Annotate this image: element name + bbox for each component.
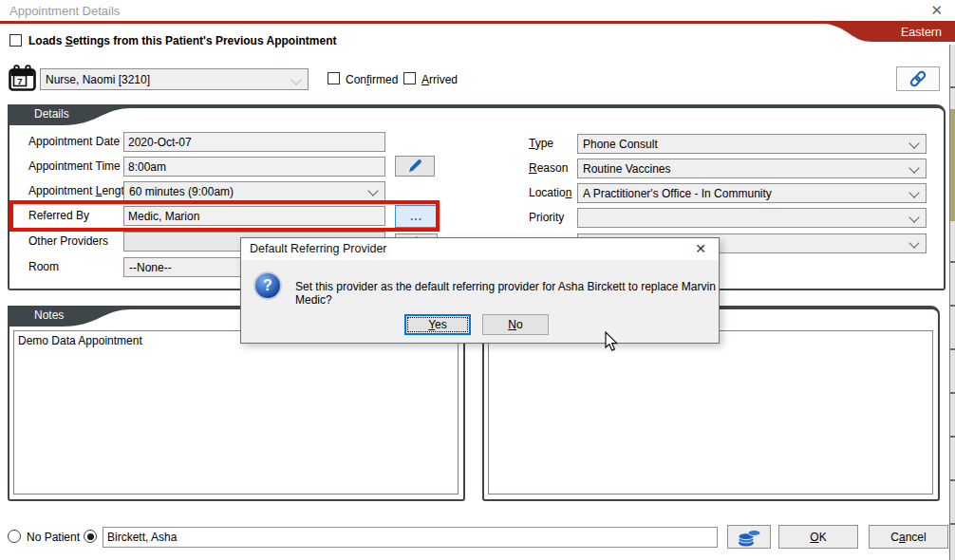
pencil-icon <box>406 159 423 174</box>
other-providers-label: Other Providers <box>28 234 108 248</box>
window-close-icon[interactable]: ✕ <box>930 2 943 19</box>
chevron-down-icon <box>367 185 378 196</box>
location-label: Location <box>529 186 571 199</box>
confirmed-checkbox[interactable] <box>328 72 340 84</box>
no-button[interactable]: No <box>482 314 549 335</box>
provider-dropdown-value: Nurse, Naomi [3210] <box>46 73 150 86</box>
window-title: Appointment Details <box>9 4 120 18</box>
details-tab-shape <box>8 104 150 125</box>
cancel-button[interactable]: Cancel <box>869 525 948 549</box>
appointment-date-label: Appointment Date <box>28 135 120 148</box>
calendar-icon: 7 <box>8 64 37 93</box>
billing-button[interactable] <box>727 525 771 549</box>
appointment-length-dropdown[interactable]: 60 minutes (9:00am) <box>123 181 385 201</box>
edit-time-button[interactable] <box>395 156 435 177</box>
type-label: Type <box>529 137 553 150</box>
ok-button[interactable]: OK <box>778 525 858 549</box>
load-settings-checkbox[interactable] <box>9 34 22 47</box>
appointment-length-value: 60 minutes (9:00am) <box>129 185 234 198</box>
notes-left-section-title: Notes <box>34 308 64 322</box>
no-patient-radio[interactable] <box>8 530 21 543</box>
confirmed-label: Confirmed <box>346 73 398 86</box>
arrived-label: Arrived <box>421 73 458 86</box>
appointment-length-label: Appointment Length <box>28 184 130 197</box>
notes-left-tab-shape <box>8 306 150 327</box>
appointment-time-input[interactable] <box>123 157 385 177</box>
arrived-checkbox[interactable] <box>403 72 416 84</box>
priority-dropdown[interactable] <box>577 208 927 228</box>
type-dropdown[interactable]: Phone Consult <box>577 134 927 154</box>
room-label: Room <box>28 260 59 273</box>
dialog-message: Set this provider as the default referri… <box>295 280 719 307</box>
yes-button[interactable]: Yes <box>404 314 471 335</box>
priority-label: Priority <box>529 211 564 224</box>
question-icon: ? <box>253 271 282 300</box>
chevron-down-icon <box>908 138 919 148</box>
coins-icon <box>737 527 761 548</box>
patient-input[interactable] <box>103 527 718 548</box>
default-referring-provider-dialog: Default Referring Provider ✕ ? Set this … <box>240 237 720 344</box>
chevron-down-icon <box>908 212 919 222</box>
notes-left-textarea[interactable]: Demo Data Appointment <box>13 330 459 495</box>
referred-by-label: Referred By <box>28 209 89 222</box>
reason-dropdown[interactable]: Routine Vaccines <box>577 159 927 178</box>
appointment-time-label: Appointment Time <box>28 159 121 173</box>
dialog-title: Default Referring Provider <box>250 242 387 255</box>
chevron-down-icon <box>290 74 301 84</box>
link-appointment-button[interactable] <box>896 66 940 91</box>
provider-dropdown[interactable]: Nurse, Naomi [3210] <box>40 68 309 90</box>
chevron-down-icon <box>908 187 919 197</box>
location-dropdown[interactable]: A Practitioner's Office - In Community <box>577 183 927 203</box>
reason-value: Routine Vaccines <box>583 162 671 176</box>
chevron-down-icon <box>908 237 919 248</box>
dialog-close-icon[interactable]: ✕ <box>695 241 706 256</box>
referred-by-input[interactable] <box>123 206 385 226</box>
appointment-details-window: Appointment Details ✕ Eastern Loads Sett… <box>0 0 955 560</box>
details-section-title: Details <box>34 107 69 121</box>
link-icon <box>907 68 929 89</box>
reason-label: Reason <box>529 161 568 175</box>
type-value: Phone Consult <box>583 138 658 151</box>
timezone-badge: Eastern <box>901 26 942 39</box>
location-value: A Practitioner's Office - In Community <box>583 187 772 200</box>
load-settings-label: Loads Settings from this Patient's Previ… <box>28 34 336 47</box>
no-patient-label: No Patient <box>27 531 80 544</box>
svg-text:7: 7 <box>17 76 22 86</box>
background-window-strip-segment <box>950 109 955 221</box>
patient-radio[interactable] <box>84 530 97 543</box>
chevron-down-icon <box>908 162 919 173</box>
notes-right-textarea[interactable] <box>488 330 933 495</box>
appointment-date-input[interactable] <box>123 132 385 152</box>
room-value: --None-- <box>129 261 172 274</box>
referred-by-browse-button[interactable]: ... <box>395 205 438 228</box>
